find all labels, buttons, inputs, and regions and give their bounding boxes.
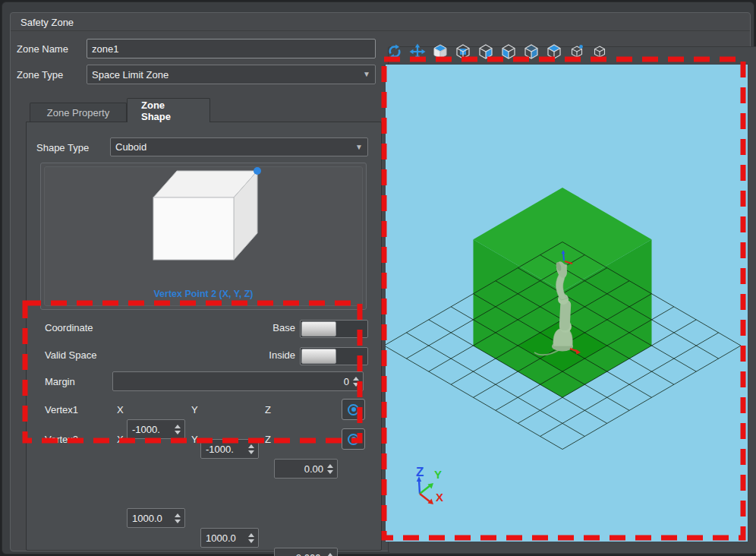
vertex2-pick-position-button[interactable]: [342, 428, 365, 450]
vertex1-z-label: Z: [265, 404, 271, 415]
chevron-down-icon: ▼: [355, 144, 363, 151]
vertex2-z-input[interactable]: 2,000.: [274, 548, 338, 556]
shape-illustration-panel: Vertex Point 2 (X, Y, Z): [40, 163, 367, 310]
vertex1-label: Vertex1: [45, 404, 78, 415]
target-icon: [348, 404, 359, 415]
vertex1-x-label: X: [117, 404, 124, 415]
vertex2-x-input[interactable]: 1000.0: [127, 508, 185, 528]
cuboid-diagram: [45, 167, 364, 281]
vertex1-x-input[interactable]: -1000.: [127, 419, 185, 439]
illustration-caption: Vertex Point 2 (X, Y, Z): [45, 289, 362, 299]
rotate-view-icon[interactable]: [386, 43, 404, 61]
svg-text:Z: Z: [416, 465, 424, 479]
vertex1-y-label: Y: [191, 404, 198, 415]
pan-view-icon[interactable]: [408, 43, 427, 61]
svg-text:X: X: [436, 491, 443, 504]
vertex1-pick-position-button[interactable]: [342, 399, 365, 420]
coordinate-value-label: Base: [224, 322, 295, 333]
back-view-icon[interactable]: [477, 43, 495, 61]
3d-viewport[interactable]: ZYX: [386, 65, 748, 542]
margin-value: 0: [118, 376, 349, 387]
toggle-handle: [301, 349, 336, 364]
zone-name-label: Zone Name: [17, 43, 68, 55]
spinner[interactable]: [173, 420, 182, 438]
vertex1-y-input[interactable]: -1000.: [200, 439, 259, 459]
tab-zone-shape[interactable]: Zone Shape: [127, 98, 210, 122]
coordinate-label: Coordinate: [45, 322, 93, 333]
vertex2-y-input[interactable]: 1000.0: [200, 528, 259, 548]
vertex1-z-input[interactable]: 0.00: [274, 459, 338, 479]
page-title: Safety Zone: [20, 17, 74, 28]
shape-illustration: Vertex Point 2 (X, Y, Z): [44, 166, 363, 306]
vertex2-label: Vertex2: [45, 434, 78, 445]
spinner[interactable]: [173, 509, 182, 527]
vertex1-x-value: -1000.: [132, 424, 171, 435]
margin-spinner[interactable]: [351, 372, 361, 390]
right-view-icon[interactable]: [522, 43, 540, 61]
valid-space-value-label: Inside: [224, 349, 295, 361]
free-view-icon[interactable]: [591, 43, 609, 61]
valid-space-toggle[interactable]: [300, 347, 368, 365]
vertex2-y-value: 1000.0: [206, 532, 244, 544]
vertex2-marker-dot: [254, 167, 261, 175]
corner-view-icon[interactable]: [568, 43, 586, 61]
zone-type-value: Space Limit Zone: [92, 69, 169, 81]
zone-name-input[interactable]: zone1: [87, 39, 376, 58]
safety-zone-window: Safety Zone Zone Name zone1 Zone Type Sp…: [2, 2, 754, 554]
vertex2-z-label: Z: [265, 434, 271, 445]
top-view-icon[interactable]: [545, 43, 563, 61]
vertex2-z-value: 2,000.: [279, 552, 323, 556]
vertex2-y-label: Y: [191, 434, 198, 445]
vertex1-y-value: -1000.: [206, 444, 244, 455]
spinner[interactable]: [247, 440, 256, 458]
chevron-down-icon: ▼: [363, 71, 370, 78]
zone-type-label: Zone Type: [17, 69, 63, 81]
left-view-icon[interactable]: [499, 43, 518, 61]
front-view-icon[interactable]: [454, 43, 472, 61]
zone-type-select[interactable]: Space Limit Zone ▼: [87, 65, 376, 84]
svg-text:Y: Y: [434, 468, 442, 481]
shape-type-select[interactable]: Cuboid ▼: [110, 137, 368, 156]
vertex2-x-label: X: [117, 434, 124, 445]
3d-scene: ZYX: [386, 65, 748, 542]
shape-type-value: Cuboid: [115, 141, 146, 153]
toggle-handle: [301, 321, 336, 336]
spinner[interactable]: [326, 460, 335, 478]
margin-input[interactable]: 0: [112, 371, 364, 391]
coordinate-toggle[interactable]: [300, 320, 368, 338]
viewer-toolbar: [386, 43, 609, 62]
valid-space-label: Valid Space: [45, 349, 96, 361]
shape-type-label: Shape Type: [36, 142, 89, 153]
target-icon: [348, 434, 359, 445]
tab-zone-property[interactable]: Zone Property: [30, 103, 127, 122]
spinner[interactable]: [326, 548, 335, 556]
spinner[interactable]: [247, 529, 256, 547]
vertex1-z-value: 0.00: [279, 463, 323, 475]
margin-label: Margin: [45, 376, 75, 387]
vertex2-x-value: 1000.0: [132, 513, 171, 524]
groupbox-header: Safety Zone: [11, 13, 750, 31]
zone-shape-tab-panel: Shape Type Cuboid ▼ Vertex Point 2 (X, Y…: [26, 122, 382, 551]
tab-bar: Zone Property Zone Shape: [30, 98, 210, 122]
zone-name-value: zone1: [92, 43, 118, 55]
isometric-view-icon[interactable]: [431, 43, 449, 61]
